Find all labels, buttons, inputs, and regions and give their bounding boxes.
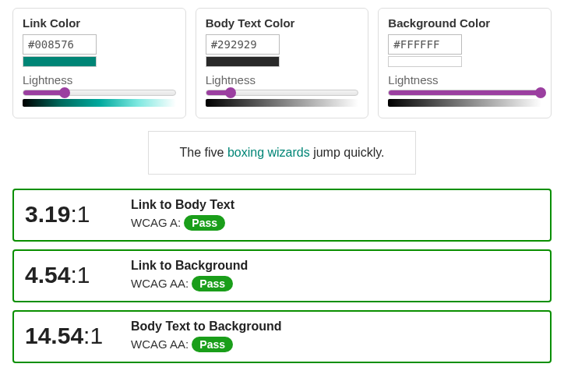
lightness-label: Lightness (206, 73, 359, 87)
hex-input-body[interactable] (206, 34, 280, 55)
lightness-label: Lightness (23, 73, 176, 87)
contrast-ratio: 14.54:1 (25, 323, 111, 349)
hex-input-bg[interactable] (388, 34, 462, 55)
result-title: Body Text to Background (131, 320, 539, 334)
ratio-number: 14.54 (25, 323, 83, 348)
picker-link-color: Link Color Lightness (12, 8, 186, 118)
swatch-body (206, 56, 280, 67)
lightness-label: Lightness (388, 73, 541, 87)
sample-before: The five (180, 146, 227, 159)
ratio-number: 4.54 (25, 262, 70, 288)
swatch-link (23, 56, 97, 67)
ratio-suffix: :1 (70, 201, 90, 227)
picker-body-text-color: Body Text Color Lightness (196, 8, 369, 118)
picker-title: Link Color (23, 16, 176, 30)
picker-title: Body Text Color (206, 16, 359, 30)
result-title: Link to Body Text (131, 198, 539, 212)
result-link-to-background: 4.54:1 Link to Background WCAG AA: Pass (12, 249, 552, 302)
pass-badge: Pass (184, 215, 225, 231)
result-body-to-background: 14.54:1 Body Text to Background WCAG AA:… (12, 310, 552, 363)
sample-link[interactable]: boxing wizards (227, 146, 310, 159)
slider-thumb[interactable] (535, 87, 546, 98)
pass-badge: Pass (192, 337, 233, 352)
result-body: Link to Body Text WCAG A: Pass (131, 198, 539, 231)
sample-text: The five boxing wizards jump quickly. (148, 131, 417, 175)
result-level: WCAG AA: Pass (131, 337, 539, 352)
result-body: Link to Background WCAG AA: Pass (131, 259, 539, 291)
lightness-slider-bg[interactable] (388, 90, 541, 96)
lightness-gradient-body (206, 99, 359, 107)
lightness-gradient-link (23, 99, 176, 107)
pass-badge: Pass (192, 276, 233, 291)
lightness-gradient-bg (388, 99, 541, 107)
lightness-slider-link[interactable] (23, 90, 176, 96)
ratio-suffix: :1 (83, 323, 103, 348)
slider-fill (389, 90, 541, 95)
ratio-number: 3.19 (25, 201, 70, 227)
lightness-slider-body[interactable] (206, 90, 359, 96)
contrast-ratio: 4.54:1 (25, 262, 111, 288)
result-body: Body Text to Background WCAG AA: Pass (131, 320, 539, 352)
picker-background-color: Background Color Lightness (378, 8, 552, 118)
ratio-suffix: :1 (70, 262, 90, 288)
result-level: WCAG AA: Pass (131, 276, 539, 291)
level-prefix: WCAG AA: (131, 337, 192, 351)
sample-text-container: The five boxing wizards jump quickly. (12, 131, 552, 175)
level-prefix: WCAG A: (131, 216, 184, 229)
picker-title: Background Color (388, 16, 541, 30)
result-link-to-body: 3.19:1 Link to Body Text WCAG A: Pass (12, 189, 552, 242)
result-level: WCAG A: Pass (131, 215, 539, 231)
slider-thumb[interactable] (59, 87, 70, 98)
slider-thumb[interactable] (225, 87, 236, 98)
level-prefix: WCAG AA: (131, 277, 192, 290)
contrast-ratio: 3.19:1 (25, 201, 111, 228)
result-title: Link to Background (131, 259, 539, 273)
sample-after: jump quickly. (310, 146, 385, 159)
hex-input-link[interactable] (23, 34, 97, 55)
color-pickers-row: Link Color Lightness Body Text Color Lig… (12, 8, 552, 118)
swatch-bg (388, 56, 462, 67)
